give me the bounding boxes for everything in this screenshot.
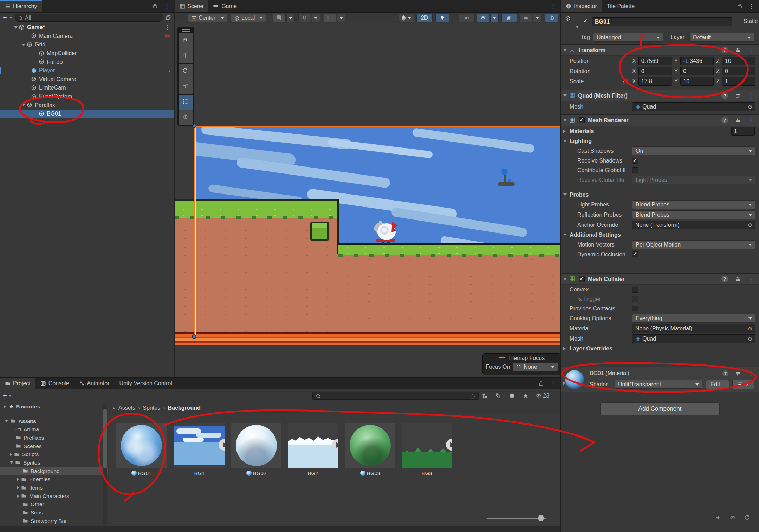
scale-x-field[interactable]: 17.8: [638, 77, 672, 86]
convex-checkbox[interactable]: [632, 287, 638, 293]
pivot-mode-dropdown[interactable]: Center: [188, 14, 227, 22]
collider-enabled-checkbox[interactable]: [579, 276, 585, 282]
hidden-count[interactable]: 23: [536, 393, 549, 399]
hierarchy-search-input[interactable]: All: [15, 14, 163, 22]
tab-animator[interactable]: Animator: [74, 378, 115, 389]
breadcrumb-sprites[interactable]: Sprites: [143, 405, 160, 411]
tree-prefabs[interactable]: PreFabs: [0, 434, 108, 442]
snap-magnet-caret[interactable]: [312, 14, 320, 22]
asset-bg2[interactable]: BG2: [288, 423, 338, 476]
search-ext-icon[interactable]: [470, 393, 475, 399]
link-broken-icon[interactable]: [623, 79, 628, 84]
foldout-icon[interactable]: [563, 140, 567, 142]
camera-preview-button[interactable]: [520, 14, 532, 22]
tree-main-characters[interactable]: Main Characters: [0, 492, 108, 500]
foldout-icon[interactable]: [563, 49, 567, 51]
position-z-field[interactable]: 10: [722, 57, 755, 65]
tab-project[interactable]: Project: [0, 378, 35, 389]
foldout-icon[interactable]: [17, 478, 19, 481]
grid-snap-caret[interactable]: [286, 14, 295, 22]
hierarchy-item-eventsystem[interactable]: EventSystem: [0, 92, 174, 101]
create-asset-button[interactable]: +: [3, 392, 7, 400]
tag-dropdown[interactable]: Untagged: [593, 33, 663, 42]
presets-icon[interactable]: [735, 93, 741, 99]
chevron-right-icon[interactable]: ›: [169, 67, 171, 74]
hierarchy-item-game[interactable]: Game* ⋮: [0, 23, 174, 32]
rect-tool-button[interactable]: [179, 95, 193, 110]
thumbnail-zoom-slider[interactable]: [487, 514, 546, 521]
search-by-type-icon[interactable]: [482, 393, 488, 399]
layer-overrides-foldout[interactable]: Layer Overrides: [561, 344, 759, 353]
tree-scripts[interactable]: Scripts: [0, 450, 108, 459]
tab-game[interactable]: Game: [208, 0, 242, 12]
shader-edit-button[interactable]: Edit...: [706, 380, 729, 389]
foldout-icon[interactable]: [563, 94, 567, 97]
breadcrumb-assets[interactable]: Assets: [118, 405, 135, 411]
foldout-icon[interactable]: [10, 453, 12, 456]
lighting-foldout[interactable]: Lighting: [561, 136, 759, 146]
add-object-caret-icon[interactable]: [9, 17, 12, 19]
add-component-button[interactable]: Add Component: [600, 402, 720, 415]
anchor-override-field[interactable]: None (Transform)⊙: [632, 221, 755, 229]
rotation-y-field[interactable]: 0: [680, 67, 714, 75]
tree-sprites[interactable]: Sprites: [0, 459, 108, 467]
add-object-button[interactable]: +: [3, 14, 7, 22]
tab-hierarchy[interactable]: Hierarchy: [0, 0, 42, 12]
favorites-star-icon[interactable]: ★: [523, 392, 528, 400]
lock-icon[interactable]: [152, 3, 158, 9]
receive-shadows-checkbox[interactable]: [632, 158, 638, 164]
help-icon[interactable]: ?: [721, 276, 728, 282]
help-icon[interactable]: ?: [722, 370, 728, 376]
foldout-icon[interactable]: [22, 104, 25, 106]
foldout-icon[interactable]: [10, 461, 13, 464]
snap-increment-caret[interactable]: [337, 14, 345, 22]
camera-disabled-icon[interactable]: [164, 33, 171, 39]
tab-console[interactable]: Console: [35, 378, 74, 389]
asset-bg01-thumbnail[interactable]: [116, 423, 167, 468]
cloud-icon[interactable]: [730, 515, 735, 520]
tree-items[interactable]: Items: [0, 484, 108, 492]
hand-tool-button[interactable]: [179, 33, 193, 48]
scene-canvas[interactable]: Tilemap Focus Focus On None: [175, 23, 560, 377]
scene-audio-button[interactable]: [459, 14, 475, 22]
object-picker-icon[interactable]: ⊙: [748, 326, 752, 332]
shader-dropdown[interactable]: Unlit/Transparent: [615, 380, 702, 389]
cast-shadows-dropdown[interactable]: On: [632, 146, 755, 155]
position-x-field[interactable]: 0.7569: [638, 57, 672, 65]
transform-tool-button[interactable]: [179, 110, 193, 125]
asset-bg02-thumbnail[interactable]: [231, 423, 281, 468]
tree-anima[interactable]: Anima: [0, 425, 108, 434]
reflection-probes-dropdown[interactable]: Blend Probes: [632, 210, 755, 219]
object-picker-icon[interactable]: ⊙: [748, 222, 752, 228]
tab-unity-version-control[interactable]: Unity Version Control: [115, 378, 177, 389]
hierarchy-item-player[interactable]: Player ›: [0, 66, 174, 75]
presets-icon[interactable]: [735, 276, 741, 282]
receive-gi-dropdown[interactable]: Light Probes: [632, 176, 755, 184]
kebab-menu-icon[interactable]: ⋮: [748, 3, 755, 9]
refresh-icon[interactable]: [744, 515, 750, 520]
provides-contacts-checkbox[interactable]: [632, 306, 638, 311]
project-asset-grid[interactable]: BG01 BG1 BG02: [109, 414, 560, 526]
presets-icon[interactable]: [735, 47, 741, 53]
importance-icon[interactable]: [509, 393, 515, 399]
create-asset-caret-icon[interactable]: [9, 395, 12, 397]
asset-bg3-thumbnail[interactable]: [402, 423, 452, 468]
scale-z-field[interactable]: 1: [722, 77, 755, 86]
gizmos-button[interactable]: [545, 14, 558, 22]
2d-toggle-button[interactable]: 2D: [416, 14, 433, 22]
foldout-icon[interactable]: [563, 193, 567, 196]
collapse-icon[interactable]: [112, 407, 115, 409]
hierarchy-item-mapcollider[interactable]: MapCollider: [0, 49, 174, 58]
hierarchy-item-bg01[interactable]: BG01: [0, 110, 174, 118]
dynamic-occlusion-checkbox[interactable]: [632, 251, 638, 257]
scale-tool-button[interactable]: [179, 79, 193, 94]
scene-lighting-button[interactable]: [435, 14, 449, 22]
tools-drag-handle[interactable]: [179, 28, 193, 32]
hierarchy-item-main-camera[interactable]: Main Camera: [0, 32, 174, 41]
lock-icon[interactable]: [538, 381, 544, 387]
object-picker-icon[interactable]: ⊙: [748, 104, 752, 110]
motion-vectors-dropdown[interactable]: Per Object Motion: [632, 240, 755, 249]
presets-icon[interactable]: [735, 118, 741, 123]
light-probes-dropdown[interactable]: Blend Probes: [632, 200, 755, 209]
scene-effects-caret[interactable]: [490, 14, 499, 22]
